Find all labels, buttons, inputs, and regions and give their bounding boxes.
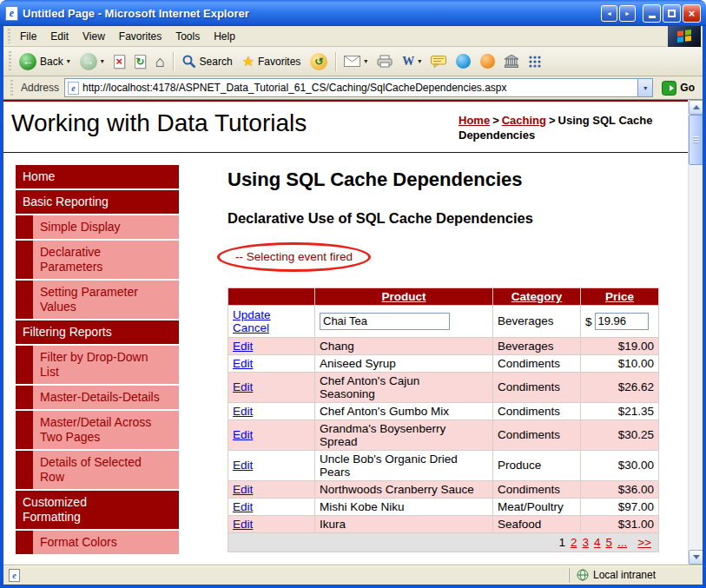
sidebar-item[interactable]: Details of Selected Row bbox=[16, 451, 179, 489]
home-icon: ⌂ bbox=[155, 54, 165, 69]
pager-next-link[interactable]: >> bbox=[637, 536, 651, 549]
refresh-button[interactable]: ↻ bbox=[130, 50, 150, 74]
sidebar-item[interactable]: Customized Formatting bbox=[16, 491, 179, 529]
sidebar-item[interactable]: Filtering Reports bbox=[16, 320, 179, 344]
word-dropdown-icon[interactable]: ▾ bbox=[418, 57, 421, 65]
toolbar-separator bbox=[173, 52, 174, 71]
vertical-scrollbar[interactable] bbox=[688, 100, 703, 565]
sidebar-item-label: Declarative Parameters bbox=[33, 241, 179, 279]
pager-page-link[interactable]: 5 bbox=[605, 536, 612, 549]
sort-category-link[interactable]: Category bbox=[511, 290, 563, 303]
history-button[interactable]: ↺ bbox=[306, 50, 332, 74]
menu-edit[interactable]: Edit bbox=[43, 28, 76, 45]
sidebar-item[interactable]: Basic Reporting bbox=[16, 190, 179, 214]
pager-current-page: 1 bbox=[558, 536, 565, 549]
menu-file[interactable]: File bbox=[13, 28, 43, 45]
quick-links-button[interactable] bbox=[524, 50, 545, 74]
update-link[interactable]: Update bbox=[233, 308, 271, 321]
back-button[interactable]: ← Back ▾ bbox=[15, 50, 75, 74]
pager-page-link[interactable]: ... bbox=[617, 536, 627, 549]
window-title: Untitled Page - Microsoft Internet Explo… bbox=[23, 7, 601, 20]
home-button[interactable]: ⌂ bbox=[151, 50, 169, 74]
sort-price-link[interactable]: Price bbox=[605, 290, 634, 303]
site-title: Working with Data Tutorials bbox=[11, 109, 307, 137]
edit-link[interactable]: Edit bbox=[233, 500, 253, 513]
edit-link[interactable]: Edit bbox=[233, 518, 253, 531]
stop-button[interactable]: × bbox=[109, 50, 129, 74]
titlebar[interactable]: e Untitled Page - Microsoft Internet Exp… bbox=[0, 0, 706, 26]
titlebar-extra-button-1[interactable]: ◄ bbox=[601, 5, 617, 22]
titlebar-extra-button-2[interactable]: ► bbox=[619, 5, 636, 22]
discuss-button[interactable] bbox=[426, 50, 451, 74]
close-button[interactable]: × bbox=[683, 4, 701, 23]
pager-page-link[interactable]: 2 bbox=[571, 536, 577, 549]
sidebar-item[interactable]: Declarative Parameters bbox=[16, 241, 179, 279]
address-bar: Address e http://localhost:4178/ASPNET_D… bbox=[3, 76, 703, 100]
forward-button[interactable]: → ▾ bbox=[76, 50, 109, 74]
back-label: Back bbox=[40, 56, 63, 68]
address-input[interactable]: e http://localhost:4178/ASPNET_Data_Tuto… bbox=[64, 78, 653, 97]
edit-link[interactable]: Edit bbox=[233, 380, 253, 393]
sidebar-item[interactable]: Master/Detail Across Two Pages bbox=[16, 411, 179, 449]
menu-view[interactable]: View bbox=[76, 28, 112, 45]
breadcrumb-section-link[interactable]: Caching bbox=[502, 114, 546, 127]
mail-dropdown-icon[interactable]: ▾ bbox=[364, 57, 367, 65]
menu-help[interactable]: Help bbox=[207, 28, 242, 45]
pager-page-link[interactable]: 3 bbox=[582, 536, 589, 549]
edit-link[interactable]: Edit bbox=[233, 357, 253, 370]
price-input[interactable] bbox=[595, 313, 649, 330]
edit-link[interactable]: Edit bbox=[233, 405, 253, 418]
ie-page-icon: e bbox=[5, 6, 18, 21]
zone-label: Local intranet bbox=[593, 569, 656, 581]
sidebar-item[interactable]: Format Colors bbox=[16, 531, 179, 554]
edit-in-word-button[interactable]: W ▾ bbox=[398, 50, 426, 74]
breadcrumb-separator: > bbox=[549, 114, 556, 127]
category-cell: Beverages bbox=[493, 337, 581, 354]
back-dropdown-icon[interactable]: ▾ bbox=[67, 57, 70, 65]
messenger-button[interactable] bbox=[452, 50, 475, 74]
toolbar-grip[interactable] bbox=[9, 51, 11, 71]
scroll-down-button[interactable] bbox=[689, 550, 703, 565]
minimize-button[interactable] bbox=[643, 4, 661, 23]
menu-tools[interactable]: Tools bbox=[168, 28, 207, 45]
sidebar-item[interactable]: Master-Details-Details bbox=[16, 386, 179, 409]
research-button[interactable] bbox=[500, 50, 523, 74]
sidebar-item-label: Setting Parameter Values bbox=[33, 281, 179, 319]
pager-page-link[interactable]: 4 bbox=[594, 536, 601, 549]
sidebar-item[interactable]: Setting Parameter Values bbox=[16, 281, 179, 319]
sidebar-item-label: Simple Display bbox=[33, 215, 179, 239]
menubar-grip[interactable] bbox=[8, 29, 10, 43]
product-name-input[interactable] bbox=[320, 313, 450, 330]
maximize-button[interactable] bbox=[663, 4, 681, 23]
edit-link[interactable]: Edit bbox=[233, 428, 253, 441]
favorites-button[interactable]: ★ Favorites bbox=[238, 50, 306, 74]
search-button[interactable]: Search bbox=[177, 50, 237, 74]
category-cell: Condiments bbox=[493, 372, 581, 402]
edit-link[interactable]: Edit bbox=[233, 340, 253, 353]
scroll-up-button[interactable] bbox=[689, 100, 703, 115]
sidebar-item[interactable]: Home bbox=[16, 165, 179, 188]
menu-favorites[interactable]: Favorites bbox=[112, 28, 168, 45]
edit-link[interactable]: Edit bbox=[233, 459, 253, 472]
go-button[interactable]: Go bbox=[658, 81, 698, 96]
address-dropdown-button[interactable]: ▾ bbox=[637, 79, 652, 96]
scrollbar-thumb[interactable] bbox=[689, 115, 703, 165]
sidebar-item[interactable]: Filter by Drop-Down List bbox=[16, 346, 179, 384]
table-row: EditNorthwoods Cranberry SauceCondiments… bbox=[228, 480, 659, 498]
mail-button[interactable]: ▾ bbox=[340, 50, 372, 74]
cancel-link[interactable]: Cancel bbox=[233, 321, 269, 334]
addressbar-grip[interactable] bbox=[10, 80, 13, 96]
media-button[interactable] bbox=[476, 50, 499, 74]
print-button[interactable] bbox=[373, 50, 397, 74]
edit-link[interactable]: Edit bbox=[233, 483, 253, 496]
sidebar-item[interactable]: Simple Display bbox=[16, 215, 179, 239]
breadcrumb-home-link[interactable]: Home bbox=[459, 114, 490, 127]
menubar: FileEditViewFavoritesToolsHelp bbox=[3, 26, 703, 47]
address-url[interactable]: http://localhost:4178/ASPNET_Data_Tutori… bbox=[82, 82, 634, 94]
sort-product-link[interactable]: Product bbox=[381, 290, 426, 303]
forward-dropdown-icon[interactable]: ▾ bbox=[101, 57, 104, 65]
table-row: EditGrandma's Boysenberry SpreadCondimen… bbox=[228, 420, 659, 450]
sidebar-item-label: Master-Details-Details bbox=[33, 386, 179, 409]
table-row: EditMishi Kobe NikuMeat/Poultry$97.00 bbox=[228, 498, 659, 515]
product-cell: Chang bbox=[315, 337, 493, 354]
